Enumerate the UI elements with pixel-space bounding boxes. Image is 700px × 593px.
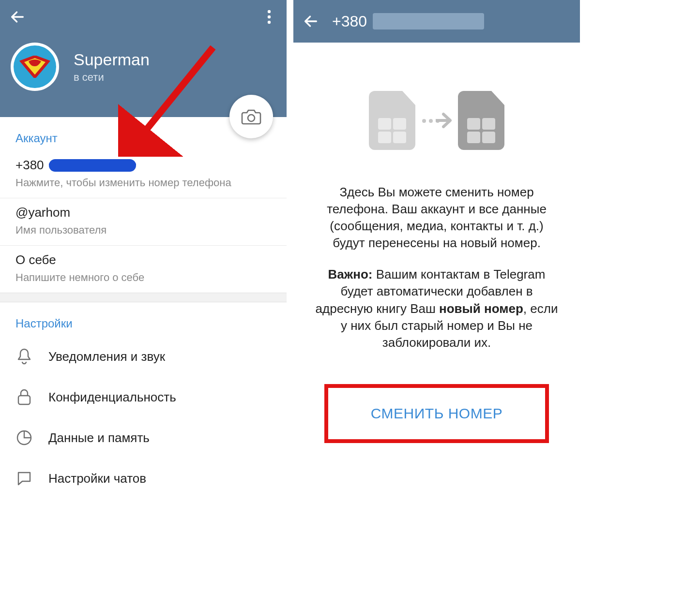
sim-new-icon — [458, 91, 504, 150]
section-divider — [0, 293, 287, 302]
more-vertical-icon[interactable] — [259, 7, 279, 27]
bell-icon — [14, 346, 35, 367]
chat-icon — [14, 468, 35, 489]
phone-prefix: +380 — [15, 158, 44, 173]
bio-row[interactable]: О себе Напишите немного о себе — [0, 246, 287, 293]
bio-title: О себе — [15, 252, 271, 267]
bio-hint: Напишите немного о себе — [15, 271, 271, 284]
phone-redacted — [49, 159, 136, 172]
important-label: Важно: — [328, 267, 373, 282]
settings-item-label: Конфиденциальность — [48, 390, 176, 405]
change-number-description: Здесь Вы можете сменить номер телефона. … — [293, 184, 580, 351]
profile-header: Superman в сети — [0, 0, 287, 117]
header-phone-redacted — [373, 13, 484, 30]
pie-icon — [14, 427, 35, 448]
settings-item-data[interactable]: Данные и память — [0, 417, 287, 458]
svg-rect-4 — [18, 396, 30, 404]
avatar[interactable] — [11, 43, 59, 91]
username-row[interactable]: @yarhom Имя пользователя — [0, 198, 287, 246]
new-number-bold: новый номер — [439, 301, 523, 316]
svg-point-1 — [268, 15, 271, 18]
back-icon[interactable] — [301, 12, 320, 31]
sim-illustration — [293, 43, 580, 184]
username-hint: Имя пользователя — [15, 224, 271, 237]
settings-screen: Superman в сети Аккаунт +380 Нажмите, чт… — [0, 0, 287, 499]
phone-number-row[interactable]: +380 Нажмите, чтобы изменить номер телеф… — [0, 151, 287, 198]
svg-point-0 — [268, 10, 271, 13]
change-number-button[interactable]: СМЕНИТЬ НОМЕР — [324, 384, 549, 443]
sim-old-icon — [369, 91, 415, 150]
settings-item-privacy[interactable]: Конфиденциальность — [0, 377, 287, 417]
svg-point-2 — [268, 21, 271, 24]
settings-item-label: Настройки чатов — [48, 471, 146, 486]
settings-item-notifications[interactable]: Уведомления и звук — [0, 336, 287, 377]
back-icon[interactable] — [8, 7, 27, 27]
description-paragraph-1: Здесь Вы можете сменить номер телефона. … — [313, 184, 561, 252]
svg-point-3 — [248, 115, 255, 121]
settings-item-label: Данные и память — [48, 430, 150, 445]
settings-item-label: Уведомления и звук — [48, 349, 165, 364]
arrow-right-icon — [422, 119, 451, 122]
description-paragraph-2: Важно: Вашим контактам в Telegram будет … — [313, 266, 561, 351]
profile-name: Superman — [74, 50, 150, 69]
lock-icon — [14, 386, 35, 408]
camera-button[interactable] — [229, 95, 273, 138]
header-phone-prefix: +380 — [332, 13, 367, 30]
settings-item-chat[interactable]: Настройки чатов — [0, 458, 287, 499]
settings-section-title: Настройки — [0, 302, 287, 336]
change-number-screen: +380 Здесь Вы можете сменить номер телеф… — [293, 0, 580, 499]
profile-status: в сети — [74, 71, 150, 84]
change-number-header: +380 — [293, 0, 580, 43]
username-value: @yarhom — [15, 205, 271, 220]
phone-hint: Нажмите, чтобы изменить номер телефона — [15, 177, 271, 189]
